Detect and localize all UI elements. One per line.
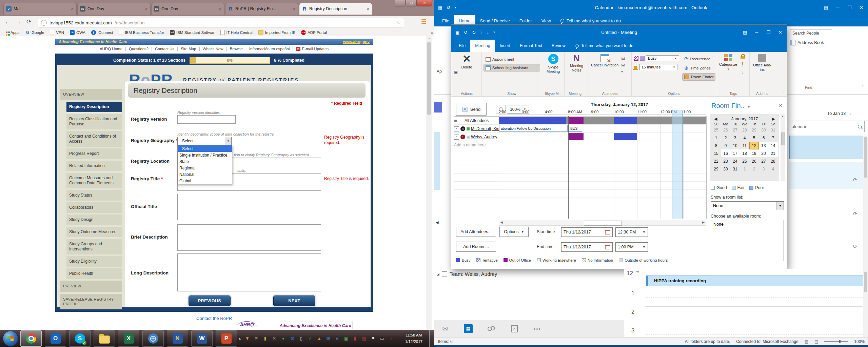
- reading-view-icon[interactable]: ▤: [814, 339, 818, 344]
- forward-date-icon[interactable]: →: [848, 111, 852, 116]
- tray-icon[interactable]: B: [334, 335, 340, 341]
- address-book-icon[interactable]: ▤: [621, 56, 625, 61]
- tray-icon[interactable]: ▮: [262, 335, 268, 341]
- meeting-notes-button[interactable]: N Meeting Notes: [567, 54, 587, 73]
- outlook-minimize-icon[interactable]: ─: [836, 5, 839, 10]
- ahrq-nav-link[interactable]: What's New: [200, 47, 227, 51]
- taskbar-app[interactable]: [142, 330, 164, 347]
- search-calendar-input[interactable]: alendar: [789, 121, 865, 132]
- calendar-date[interactable]: 11: [740, 142, 749, 149]
- tray-icon[interactable]: ✓: [307, 335, 313, 341]
- sidebar-item[interactable]: Collaborators: [66, 202, 122, 213]
- calendar-date[interactable]: 15: [711, 149, 721, 157]
- room-finder-button[interactable]: Room Finder: [683, 74, 715, 80]
- meeting-tab[interactable]: Review: [547, 40, 570, 52]
- meeting-tab[interactable]: Format Text: [515, 40, 547, 52]
- sidebar-section-save-release[interactable]: SAVE/RELEASE REGISTRY PROFILE: [60, 294, 122, 310]
- address-book-button[interactable]: Address Book: [790, 40, 824, 45]
- search-icon[interactable]: [858, 125, 862, 128]
- attendee-row[interactable]: ✓ ◎ McDermott, Kim: [454, 125, 499, 133]
- sidebar-section-preview[interactable]: PREVIEW: [60, 281, 122, 291]
- meeting-tab[interactable]: Insert: [495, 40, 515, 52]
- taskbar-app[interactable]: [191, 330, 213, 347]
- sidebar-item[interactable]: Outcome Measures and Common Data Element…: [66, 173, 122, 188]
- time-zones-button[interactable]: ⊕Time Zones: [683, 64, 715, 72]
- tray-icon[interactable]: ▼: [244, 335, 250, 341]
- sidebar-item[interactable]: Contact and Conditions of Access: [66, 131, 122, 147]
- tab-close-icon[interactable]: ✕: [71, 7, 74, 11]
- calendar-date[interactable]: 29: [711, 165, 721, 173]
- tray-expand-icon[interactable]: ▲: [238, 336, 241, 340]
- normal-view-icon[interactable]: ▦: [805, 339, 808, 344]
- calendar-date[interactable]: 1: [740, 165, 749, 173]
- calendar-date[interactable]: 31: [768, 126, 778, 134]
- tray-icon[interactable]: ●: [280, 335, 286, 341]
- meeting-event[interactable]: aboration Follow Up Discussion: [499, 125, 568, 132]
- browser-tab[interactable]: Mail ✕: [3, 3, 77, 15]
- bookmark[interactable]: IBM Standard Softwar: [170, 30, 215, 35]
- chrome-menu-icon[interactable]: ☰: [421, 19, 427, 25]
- sidebar-item[interactable]: Progress Report: [66, 148, 122, 159]
- calendar-date[interactable]: 21: [768, 149, 778, 157]
- meeting-event[interactable]: BUS: [569, 125, 582, 132]
- outlook-close-icon[interactable]: ✕: [860, 5, 863, 10]
- tray-icon[interactable]: ▤: [361, 335, 367, 341]
- tab-close-icon[interactable]: ✕: [219, 7, 222, 11]
- scrollbar-thumb[interactable]: [584, 221, 622, 226]
- tray-icon[interactable]: ▲: [316, 335, 322, 341]
- copy-to-calendar-icon[interactable]: ▣: [454, 70, 458, 75]
- taskbar-app[interactable]: [20, 330, 42, 347]
- ahrq-nav-link[interactable]: Browse: [227, 47, 246, 51]
- low-importance-icon[interactable]: ↓: [742, 70, 744, 75]
- private-lock-icon[interactable]: [741, 56, 745, 59]
- sidebar-item[interactable]: Public Health: [66, 268, 122, 279]
- date-picker-icon[interactable]: [605, 230, 610, 234]
- page-info-icon[interactable]: i: [41, 20, 47, 26]
- start-time-field[interactable]: 12:30 PM▼: [615, 227, 648, 237]
- dropdown-option[interactable]: Global: [178, 178, 232, 184]
- taskbar-app[interactable]: [45, 330, 66, 347]
- registry-version-input[interactable]: [177, 115, 236, 124]
- appointment-button[interactable]: Appointment: [484, 56, 540, 63]
- calendar-date[interactable]: 2: [749, 165, 759, 173]
- options-dropdown-button[interactable]: Options▼: [499, 227, 529, 237]
- calendar-date[interactable]: 5: [749, 134, 759, 142]
- browser-tab[interactable]: Registry Description ✕: [299, 3, 372, 15]
- pane-scrollbar[interactable]: ▲: [781, 114, 785, 181]
- send-button[interactable]: ✉ Send: [456, 103, 487, 116]
- tray-icon[interactable]: ♪: [388, 335, 394, 341]
- next-button[interactable]: NEXT: [273, 295, 315, 306]
- meeting-close-icon[interactable]: ✕: [778, 30, 782, 35]
- dropdown-option[interactable]: Single Institution / Practice: [178, 152, 232, 158]
- email-updates-link[interactable]: ✉ E-mail Updates: [293, 47, 332, 51]
- meeting-tab[interactable]: File: [454, 40, 470, 52]
- calendar-date[interactable]: 20: [759, 149, 768, 157]
- room-list-dropdown[interactable]: None ▼: [711, 201, 784, 210]
- bookmark[interactable]: ADP Portal: [301, 30, 327, 35]
- sync-icon[interactable]: ⟳: [853, 243, 857, 249]
- tray-icon[interactable]: ▭: [379, 335, 385, 341]
- browser-tab[interactable]: RoPR | Registry Fin... ✕: [225, 3, 298, 15]
- end-date-field[interactable]: Thu 1/12/2017: [561, 242, 613, 252]
- collapse-ribbon-icon[interactable]: ⌃: [782, 91, 785, 95]
- maximize-button[interactable]: ▢: [406, 0, 417, 6]
- bookmark-star-icon[interactable]: ☆: [397, 20, 401, 26]
- bookmark[interactable]: IT Help Central: [220, 30, 253, 35]
- schedule-grid[interactable]: aboration Follow Up Discussion BUS: [499, 116, 707, 219]
- sidebar-item[interactable]: Related Information: [66, 161, 122, 171]
- ahrq-nav-link[interactable]: AHRQ Home: [97, 47, 126, 51]
- browser-tab[interactable]: One Day ✕: [151, 3, 224, 15]
- calendar-date[interactable]: 19: [749, 149, 759, 157]
- zoom-slider[interactable]: [824, 341, 848, 342]
- office-addins-button[interactable]: Office Add-ins: [752, 54, 773, 72]
- people-nav-icon[interactable]: [486, 323, 497, 335]
- taskbar-app[interactable]: [118, 330, 139, 347]
- calendar-date[interactable]: 16: [721, 149, 730, 157]
- selected-time-band[interactable]: [672, 110, 683, 219]
- browser-tab[interactable]: One Day ✕: [77, 3, 151, 15]
- calendar-date[interactable]: 17: [730, 149, 740, 157]
- meeting-tell-me-box[interactable]: Tell me what you want to do: [570, 40, 638, 52]
- available-room-list[interactable]: None: [711, 220, 784, 261]
- tray-icon[interactable]: ⚑: [370, 335, 376, 341]
- calendar-date[interactable]: 8: [711, 142, 721, 149]
